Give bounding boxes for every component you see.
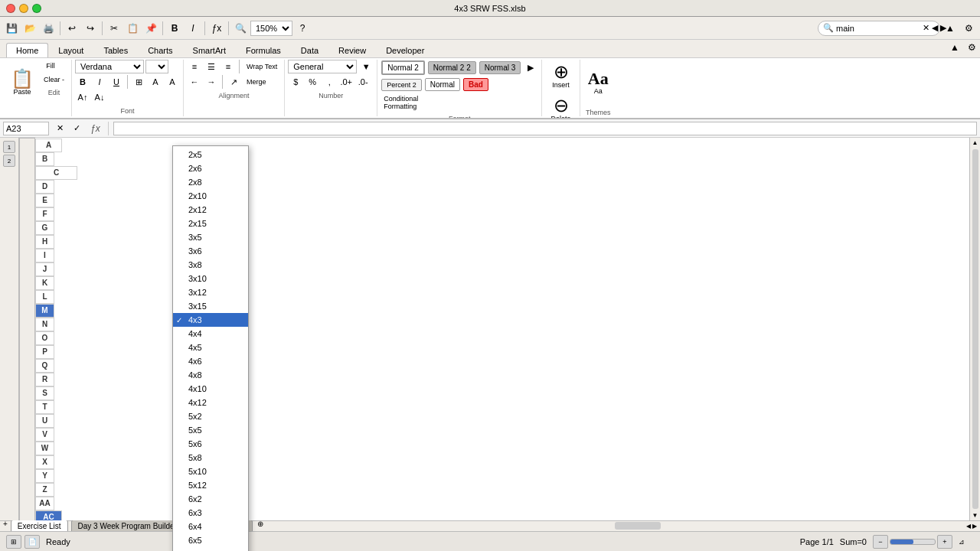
format-normal3[interactable]: Normal 3 <box>479 61 521 74</box>
orient-button[interactable]: ↗ <box>226 75 241 89</box>
merge-button[interactable]: Merge <box>243 76 270 88</box>
format-normal22[interactable]: Normal 2 2 <box>428 61 476 74</box>
dropdown-item-2x12[interactable]: 2x12 <box>173 203 248 217</box>
tab-smartart[interactable]: SmartArt <box>183 43 236 57</box>
dropdown-item-5x6[interactable]: 5x6 <box>173 437 248 451</box>
bold-toolbar[interactable]: B <box>166 20 183 37</box>
scroll-left-arrow[interactable]: ◀ <box>966 523 971 530</box>
confirm-formula[interactable]: ✓ <box>69 122 84 135</box>
toolbar-icon-2[interactable]: 📂 <box>21 20 38 37</box>
formula-input[interactable] <box>113 122 977 135</box>
underline-button[interactable]: U <box>109 75 124 89</box>
formula-button[interactable]: ƒx <box>208 20 225 37</box>
clear-button[interactable]: Clear - <box>40 73 68 86</box>
redo-button[interactable]: ↪ <box>82 20 99 37</box>
tab-tables[interactable]: Tables <box>93 43 138 57</box>
decrease-font[interactable]: A↓ <box>92 90 107 104</box>
help-button[interactable]: ? <box>294 20 311 37</box>
dec-decimal[interactable]: .0- <box>355 75 371 89</box>
resize-handle[interactable]: ⊿ <box>959 538 974 546</box>
scroll-down-arrow[interactable]: ▼ <box>971 510 980 520</box>
settings-button[interactable]: ⚙ <box>960 20 977 37</box>
scroll-thumb[interactable] <box>972 149 978 509</box>
zoom-in-btn[interactable]: + <box>937 535 952 549</box>
zoom-out[interactable]: 🔍 <box>232 20 249 37</box>
dropdown-item-3x10[interactable]: 3x10 <box>173 272 248 285</box>
zoom-slider[interactable] <box>890 539 936 545</box>
insert-button[interactable]: ⊕ Insert <box>545 60 577 92</box>
zoom-out-btn[interactable]: − <box>873 535 888 549</box>
tab-layout[interactable]: Layout <box>48 43 93 57</box>
align-left[interactable]: ≡ <box>187 60 202 73</box>
tab-formulas[interactable]: Formulas <box>236 43 291 57</box>
dropdown-item-2x5[interactable]: 2x5 <box>173 148 248 161</box>
conditional-formatting-button[interactable]: Conditional Formatting <box>381 93 421 112</box>
dropdown-item-6x3[interactable]: 6x3 <box>173 506 248 520</box>
dropdown-item-4x10[interactable]: 4x10 <box>173 382 248 396</box>
dropdown-item-3x15[interactable]: 3x15 <box>173 299 248 313</box>
dropdown-item-5x3[interactable]: 5x3 <box>173 547 248 551</box>
dropdown-item-3x5[interactable]: 3x5 <box>173 230 248 244</box>
vertical-scrollbar[interactable]: ▲ ▼ <box>969 138 980 520</box>
dropdown-item-4x8[interactable]: 4x8 <box>173 368 248 382</box>
dropdown-item-3x12[interactable]: 3x12 <box>173 285 248 299</box>
cancel-formula[interactable]: ✕ <box>52 122 67 135</box>
align-right[interactable]: ≡ <box>220 60 236 73</box>
ribbon-options[interactable]: ⚙ <box>963 39 980 56</box>
fill-button[interactable]: Fill <box>40 60 61 72</box>
dropdown-item-4x12[interactable]: 4x12 <box>173 396 248 409</box>
undo-button[interactable]: ↩ <box>64 20 80 37</box>
dropdown-item-2x15[interactable]: 2x15 <box>173 217 248 230</box>
hscroll-thumb[interactable] <box>615 522 661 530</box>
dropdown-item-5x12[interactable]: 5x12 <box>173 478 248 492</box>
dropdown-item-4x6[interactable]: 4x6 <box>173 354 248 368</box>
paste-button[interactable]: 📌 <box>142 20 159 37</box>
dropdown-item-5x2[interactable]: 5x2 <box>173 409 248 423</box>
scroll-up-arrow[interactable]: ▲ <box>971 138 980 148</box>
format-bad[interactable]: Bad <box>463 78 488 91</box>
tab-review[interactable]: Review <box>328 43 376 57</box>
tab-charts[interactable]: Charts <box>138 43 182 57</box>
dropdown-item-4x5[interactable]: 4x5 <box>173 341 248 354</box>
toolbar-icon-3[interactable]: 🖨️ <box>40 20 57 37</box>
themes-button[interactable]: Aa Aa <box>583 60 613 106</box>
delete-button[interactable]: ⊖ Delete <box>545 93 577 119</box>
minimize-button[interactable] <box>19 4 28 13</box>
font-color-button[interactable]: A <box>165 75 180 89</box>
number-format-select[interactable]: General <box>288 60 357 73</box>
indent-less[interactable]: ← <box>187 75 202 89</box>
tab-data[interactable]: Data <box>291 43 328 57</box>
copy-button[interactable]: 📋 <box>124 20 141 37</box>
dropdown-item-2x6[interactable]: 2x6 <box>173 161 248 175</box>
cut-button[interactable]: ✂ <box>106 20 122 37</box>
paste-button-ribbon[interactable]: 📋 Paste <box>6 60 38 106</box>
dropdown-item-5x10[interactable]: 5x10 <box>173 465 248 478</box>
italic-button[interactable]: I <box>92 75 107 89</box>
bold-button[interactable]: B <box>75 75 90 89</box>
dropdown-item-5x5[interactable]: 5x5 <box>173 423 248 437</box>
maximize-button[interactable] <box>32 4 41 13</box>
italic-toolbar[interactable]: I <box>185 20 201 37</box>
dropdown-item-3x6[interactable]: 3x6 <box>173 244 248 258</box>
grid-scroll[interactable]: A B C D E F G H I J K L M <box>19 138 969 520</box>
ribbon-collapse[interactable]: ▲ <box>946 39 963 56</box>
dropdown-item-6x2[interactable]: 6x2 <box>173 492 248 506</box>
search-input[interactable] <box>836 24 920 33</box>
search-nav-prev[interactable]: ◀ <box>932 23 938 33</box>
dropdown-item-3x8[interactable]: 3x8 <box>173 258 248 272</box>
hscroll-track[interactable] <box>266 522 963 531</box>
font-size-select[interactable] <box>145 60 168 73</box>
inc-decimal[interactable]: .0+ <box>338 75 354 89</box>
fill-color-button[interactable]: A <box>148 75 163 89</box>
tab-developer[interactable]: Developer <box>376 43 434 57</box>
format-normal2[interactable]: Normal 2 <box>381 60 425 75</box>
border-button[interactable]: ⊞ <box>131 75 146 89</box>
dropdown-item-6x5[interactable]: 6x5 <box>173 533 248 547</box>
dropdown-item-2x8[interactable]: 2x8 <box>173 175 248 189</box>
font-name-select[interactable]: Verdana <box>75 60 144 73</box>
tab-home[interactable]: Home <box>6 43 48 57</box>
dropdown-item-5x8[interactable]: 5x8 <box>173 451 248 465</box>
sidebar-toggle[interactable]: ▲ <box>942 20 959 37</box>
wrap-text-button[interactable]: Wrap Text <box>243 60 281 73</box>
cell-reference-input[interactable] <box>3 122 49 135</box>
